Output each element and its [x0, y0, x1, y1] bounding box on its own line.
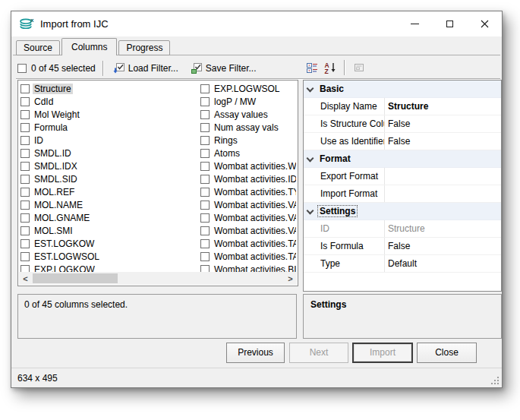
- column-checkbox[interactable]: [200, 239, 210, 248]
- column-list: StructureCdIdMol WeightFormulaIDSMDL.IDS…: [17, 80, 298, 286]
- column-item[interactable]: Wombat activities.VALUE: [200, 211, 296, 224]
- column-checkbox[interactable]: [20, 175, 30, 184]
- column-checkbox[interactable]: [200, 149, 210, 158]
- next-button: Next: [289, 343, 348, 363]
- column-checkbox[interactable]: [20, 84, 30, 93]
- column-item[interactable]: EXP.LOGWSOL: [200, 82, 296, 95]
- column-item[interactable]: MOL.REF: [20, 185, 198, 198]
- property-row[interactable]: Use as IdentifierFalse: [304, 133, 501, 150]
- column-item[interactable]: SMDL.ID: [20, 147, 198, 159]
- property-row[interactable]: Is Structure ColumnFalse: [304, 115, 501, 133]
- column-checkbox[interactable]: [20, 162, 30, 171]
- property-category[interactable]: Basic: [304, 81, 501, 98]
- tab-progress[interactable]: Progress: [118, 40, 170, 55]
- column-item[interactable]: Num assay vals: [200, 121, 296, 134]
- column-item[interactable]: Wombat activities.ID: [200, 172, 296, 185]
- horizontal-scrollbar[interactable]: < >: [19, 272, 297, 285]
- select-all-checkbox[interactable]: [17, 64, 27, 73]
- column-checkbox[interactable]: [20, 123, 30, 132]
- resize-grip-icon[interactable]: [491, 377, 499, 384]
- tab-columns[interactable]: Columns: [61, 38, 117, 55]
- column-checkbox[interactable]: [200, 226, 210, 235]
- minimize-button[interactable]: [397, 11, 432, 36]
- tab-strip: SourceColumnsProgress: [16, 38, 172, 55]
- column-checkbox[interactable]: [200, 252, 210, 261]
- alphabetical-sort-button[interactable]: A Z: [321, 58, 339, 77]
- property-row[interactable]: IDStructure: [304, 220, 501, 238]
- property-value[interactable]: False: [385, 118, 501, 129]
- categorized-view-button[interactable]: [303, 58, 321, 77]
- column-item[interactable]: Mol Weight: [20, 108, 198, 121]
- column-checkbox[interactable]: [20, 149, 30, 158]
- close-window-button[interactable]: [467, 11, 502, 36]
- property-row[interactable]: Display NameStructure: [304, 98, 501, 115]
- column-item[interactable]: Atoms: [200, 147, 296, 159]
- property-value[interactable]: Structure: [385, 101, 501, 112]
- column-item[interactable]: Wombat activities.WOM: [200, 159, 296, 172]
- property-row[interactable]: TypeDefault: [304, 255, 501, 273]
- collapse-chevron-icon[interactable]: [307, 84, 314, 92]
- column-checkbox[interactable]: [20, 110, 30, 119]
- column-checkbox[interactable]: [20, 188, 30, 197]
- column-item[interactable]: MOL.SMI: [20, 224, 198, 237]
- column-checkbox[interactable]: [20, 213, 30, 223]
- column-item[interactable]: Formula: [20, 121, 198, 134]
- column-checkbox[interactable]: [200, 162, 210, 171]
- column-checkbox[interactable]: [200, 84, 210, 93]
- column-checkbox[interactable]: [200, 123, 210, 132]
- collapse-chevron-icon[interactable]: [307, 154, 314, 162]
- column-checkbox[interactable]: [200, 213, 210, 223]
- previous-button[interactable]: Previous: [226, 343, 285, 363]
- column-item[interactable]: SMDL.IDX: [20, 159, 198, 172]
- column-item[interactable]: MOL.NAME: [20, 198, 198, 211]
- close-button[interactable]: Close: [417, 343, 477, 363]
- scroll-right-icon[interactable]: >: [284, 272, 297, 285]
- column-item[interactable]: Wombat activities.TYPE: [200, 185, 296, 198]
- load-filter-button[interactable]: Load Filter...: [111, 61, 181, 76]
- column-item[interactable]: Rings: [200, 134, 296, 147]
- property-value[interactable]: Structure: [385, 223, 501, 234]
- column-checkbox[interactable]: [200, 136, 210, 145]
- column-item[interactable]: ID: [20, 134, 198, 147]
- column-item[interactable]: CdId: [20, 95, 198, 108]
- property-value[interactable]: False: [385, 241, 501, 251]
- column-item[interactable]: logP / MW: [200, 95, 296, 108]
- property-value[interactable]: False: [385, 136, 501, 147]
- column-checkbox[interactable]: [20, 239, 30, 248]
- column-item[interactable]: Wombat activities.VALUE: [200, 198, 296, 211]
- column-checkbox[interactable]: [200, 97, 210, 106]
- maximize-button[interactable]: [432, 11, 467, 36]
- property-row[interactable]: Import Format: [304, 185, 501, 203]
- column-checkbox[interactable]: [200, 201, 210, 210]
- description-title: Settings: [310, 299, 346, 310]
- column-checkbox[interactable]: [200, 110, 210, 119]
- save-filter-button[interactable]: Save Filter...: [188, 61, 259, 76]
- property-category[interactable]: Settings: [304, 203, 501, 220]
- scrollbar-track[interactable]: [32, 272, 284, 285]
- scroll-left-icon[interactable]: <: [19, 272, 32, 285]
- column-checkbox[interactable]: [20, 226, 30, 235]
- collapse-chevron-icon[interactable]: [307, 207, 314, 214]
- column-checkbox[interactable]: [20, 201, 30, 210]
- column-item[interactable]: EST.LOGWSOL: [20, 250, 198, 263]
- column-item[interactable]: EST.LOGKOW: [20, 237, 198, 250]
- column-item[interactable]: Structure: [20, 82, 198, 95]
- column-item[interactable]: Assay values: [200, 108, 296, 121]
- column-checkbox[interactable]: [200, 175, 210, 184]
- column-checkbox[interactable]: [200, 188, 210, 197]
- column-item[interactable]: SMDL.SID: [20, 172, 198, 185]
- property-category[interactable]: Format: [304, 150, 501, 168]
- column-checkbox[interactable]: [20, 97, 30, 106]
- scrollbar-thumb[interactable]: [33, 273, 118, 283]
- property-row[interactable]: Is FormulaFalse: [304, 238, 501, 255]
- column-checkbox[interactable]: [20, 252, 30, 261]
- tab-source[interactable]: Source: [16, 40, 60, 55]
- column-item[interactable]: Wombat activities.VALUE: [200, 224, 296, 237]
- property-value[interactable]: Default: [385, 258, 501, 269]
- column-checkbox[interactable]: [20, 136, 30, 145]
- column-item[interactable]: Wombat activities.TARG: [200, 237, 296, 250]
- column-item[interactable]: MOL.GNAME: [20, 211, 198, 224]
- column-item[interactable]: Wombat activities.TARG: [200, 250, 296, 263]
- close-icon: [481, 20, 489, 28]
- property-row[interactable]: Export Format: [304, 168, 501, 185]
